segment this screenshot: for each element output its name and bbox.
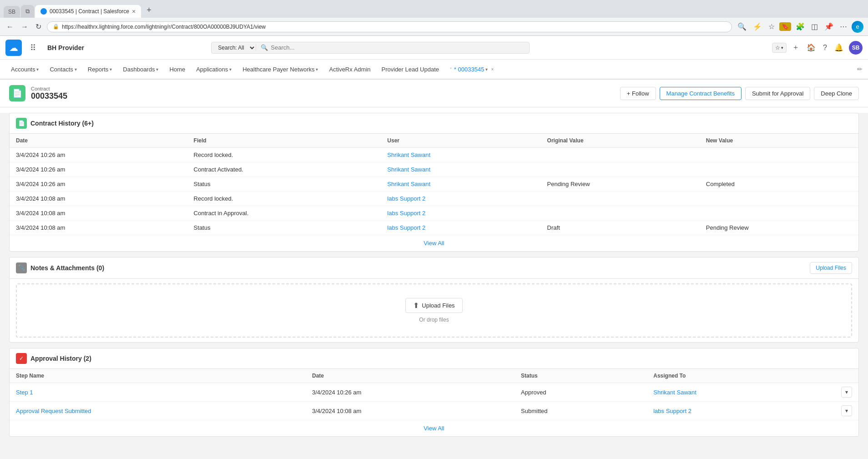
upload-files-header-btn[interactable]: Upload Files <box>810 262 852 274</box>
table-row: 3/4/2024 10:08 am Contract in Approval. … <box>10 206 858 221</box>
approval-icon-symbol: ✓ <box>19 355 24 362</box>
nav-active-tab-label: * 00033545 <box>454 66 484 73</box>
table-row: Approval Request Submitted 3/4/2024 10:0… <box>10 402 858 420</box>
user-link[interactable]: Shrikant Sawant <box>387 151 430 158</box>
user-link[interactable]: Shrikant Sawant <box>387 181 430 187</box>
other-tab-label: SB <box>8 9 15 15</box>
copy-icon: ⧉ <box>25 8 30 15</box>
favorites-btn[interactable]: ☆ ▾ <box>772 43 787 53</box>
approval-assigned[interactable]: Shrikant Sawant <box>647 383 835 402</box>
avatar-initials: SB <box>852 45 860 51</box>
upload-drop-area[interactable]: ⬆ Upload Files Or drop files <box>16 283 852 338</box>
refresh-btn[interactable]: ↻ <box>34 20 43 33</box>
applications-chevron: ▾ <box>229 67 232 72</box>
nav-item-provider-lead[interactable]: Provider Lead Update <box>376 60 444 79</box>
lock-icon: 🔒 <box>53 24 59 30</box>
history-user[interactable]: labs Support 2 <box>381 206 540 221</box>
nav-active-tab[interactable]: * * 00033545 ▾ × <box>444 60 499 80</box>
history-new <box>700 162 858 177</box>
apps-menu-btn[interactable]: ⠿ <box>26 41 39 54</box>
search-input[interactable] <box>271 44 525 51</box>
approval-step[interactable]: Approval Request Submitted <box>10 402 306 420</box>
nav-item-accounts[interactable]: Accounts ▾ <box>5 60 44 79</box>
user-link[interactable]: Shrikant Sawant <box>387 166 430 173</box>
user-link[interactable]: labs Support 2 <box>387 210 425 217</box>
sf-logo[interactable]: ☁ <box>5 40 22 56</box>
approval-assigned[interactable]: labs Support 2 <box>647 402 835 420</box>
plus-icon[interactable]: ＋ <box>790 41 801 54</box>
global-search-bar[interactable]: Search: All 🔍 <box>211 42 530 54</box>
contract-history-view-all[interactable]: View All <box>10 235 858 251</box>
user-link[interactable]: labs Support 2 <box>387 195 425 202</box>
extensions-icon[interactable]: 🔖 <box>779 22 791 31</box>
puzzle-icon[interactable]: 🧩 <box>794 20 807 33</box>
step-link[interactable]: Step 1 <box>16 389 33 396</box>
nav-item-dashboards[interactable]: Dashboards ▾ <box>117 60 164 79</box>
favorites-icon[interactable]: 📌 <box>823 20 835 33</box>
history-user[interactable]: Shrikant Sawant <box>381 177 540 192</box>
history-date: 3/4/2024 10:08 am <box>10 221 187 235</box>
manage-benefits-btn[interactable]: Manage Contract Benefits <box>660 87 742 100</box>
other-tab[interactable]: SB <box>4 6 20 18</box>
approval-action[interactable]: ▾ <box>835 402 858 420</box>
back-btn[interactable]: ← <box>5 21 15 33</box>
read-aloud-icon[interactable]: ⚡ <box>751 20 764 33</box>
nav-menu: Accounts ▾ Contacts ▾ Reports ▾ Dashboar… <box>0 60 868 80</box>
help-icon[interactable]: ? <box>821 42 829 54</box>
approval-view-all-link[interactable]: View All <box>424 425 444 432</box>
approval-view-all[interactable]: View All <box>10 420 858 436</box>
approval-step[interactable]: Step 1 <box>10 383 306 402</box>
contract-history-view-all-link[interactable]: View All <box>424 240 444 247</box>
nav-item-activerx[interactable]: ActiveRx Admin <box>323 60 376 79</box>
nav-edit-icon[interactable]: ✏ <box>857 66 863 73</box>
history-user[interactable]: labs Support 2 <box>381 221 540 235</box>
approval-dropdown-btn[interactable]: ▾ <box>841 387 852 398</box>
upload-btn-label: Upload Files <box>422 302 454 309</box>
history-date: 3/4/2024 10:08 am <box>10 192 187 206</box>
splitscreen-icon[interactable]: ◫ <box>809 20 820 33</box>
bell-icon[interactable]: 🔔 <box>833 41 845 54</box>
active-tab[interactable]: 00033545 | Contract | Salesforce × <box>35 5 141 18</box>
notes-title: Notes & Attachments (0) <box>30 264 806 272</box>
copy-tab[interactable]: ⧉ <box>21 5 34 18</box>
address-bar[interactable]: 🔒 https://healthrx.lightning.force.com/l… <box>47 21 732 32</box>
user-avatar[interactable]: SB <box>849 41 863 55</box>
nav-item-contacts[interactable]: Contacts ▾ <box>44 60 82 79</box>
submit-approval-btn[interactable]: Submit for Approval <box>745 87 810 100</box>
nav-item-applications[interactable]: Applications ▾ <box>191 60 237 79</box>
nav-label-applications: Applications <box>196 66 228 73</box>
nav-label-activerx: ActiveRx Admin <box>329 66 370 73</box>
approval-col-step: Step Name <box>10 369 306 383</box>
record-type-label: Contract <box>31 86 620 91</box>
history-new <box>700 148 858 162</box>
nav-item-healthcare-payer[interactable]: Healthcare Payer Networks ▾ <box>237 60 323 79</box>
new-tab-btn[interactable]: + <box>142 3 156 18</box>
more-btn[interactable]: ⋯ <box>838 20 849 33</box>
search-page-icon[interactable]: 🔍 <box>736 20 748 33</box>
tab-close-btn[interactable]: × <box>132 8 136 15</box>
history-user[interactable]: Shrikant Sawant <box>381 162 540 177</box>
deep-clone-btn[interactable]: Deep Clone <box>814 87 859 100</box>
record-info: Contract 00033545 <box>31 86 620 101</box>
approval-dropdown-btn[interactable]: ▾ <box>841 405 852 416</box>
upload-files-area-btn[interactable]: ⬆ Upload Files <box>405 298 462 313</box>
history-user[interactable]: labs Support 2 <box>381 192 540 206</box>
nav-item-home[interactable]: Home <box>164 60 191 79</box>
assigned-link[interactable]: Shrikant Sawant <box>653 389 696 396</box>
forward-btn[interactable]: → <box>19 21 30 33</box>
assigned-link[interactable]: labs Support 2 <box>653 408 691 414</box>
active-tab-close-btn[interactable]: × <box>491 67 494 72</box>
search-scope-dropdown[interactable]: Search: All <box>216 44 256 51</box>
history-user[interactable]: Shrikant Sawant <box>381 148 540 162</box>
follow-btn[interactable]: + Follow <box>620 87 656 100</box>
table-row: 3/4/2024 10:08 am Status labs Support 2 … <box>10 221 858 235</box>
step-link[interactable]: Approval Request Submitted <box>16 408 91 414</box>
nav-item-reports[interactable]: Reports ▾ <box>82 60 118 79</box>
bookmark-icon[interactable]: ☆ <box>767 20 777 33</box>
approval-status: Approved <box>515 383 647 402</box>
col-user: User <box>381 134 540 148</box>
nav-label-home: Home <box>169 66 185 73</box>
home-icon[interactable]: 🏠 <box>805 41 818 54</box>
user-link[interactable]: labs Support 2 <box>387 224 425 231</box>
approval-action[interactable]: ▾ <box>835 383 858 402</box>
